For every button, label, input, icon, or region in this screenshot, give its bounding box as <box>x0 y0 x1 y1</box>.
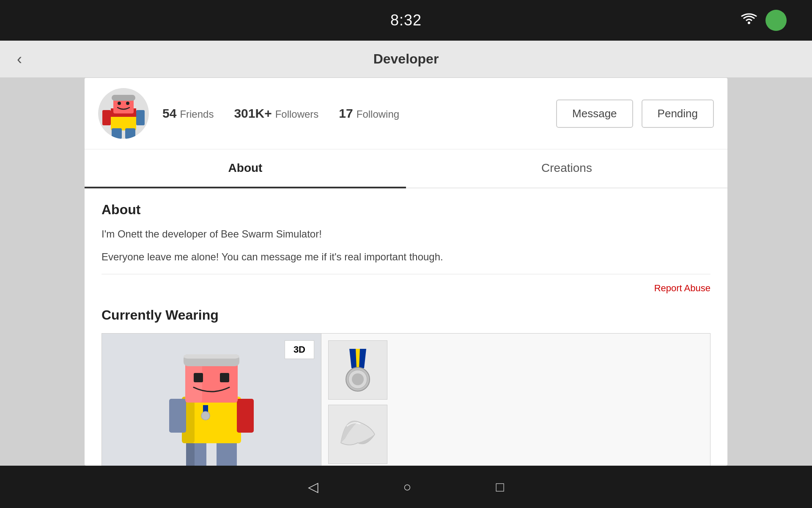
svg-rect-21 <box>169 399 186 433</box>
friends-stat: 54 Friends <box>162 106 214 121</box>
bio-text-1: I'm Onett the developer of Bee Swarm Sim… <box>102 226 710 242</box>
svg-rect-7 <box>112 95 135 101</box>
nav-back-button[interactable]: ‹ <box>17 50 22 68</box>
followers-stat: 301K+ Followers <box>234 106 318 121</box>
svg-rect-9 <box>136 110 145 125</box>
svg-point-0 <box>748 22 750 24</box>
divider <box>102 274 710 274</box>
svg-rect-26 <box>220 373 229 382</box>
svg-point-5 <box>118 102 121 105</box>
svg-rect-28 <box>184 354 239 359</box>
following-label: Following <box>357 108 399 120</box>
wearing-3d-view: 3D <box>102 333 321 466</box>
friends-count: 54 <box>162 106 176 121</box>
profile-avatar <box>98 88 149 139</box>
status-bar: 8:32 <box>0 0 812 41</box>
svg-rect-8 <box>102 110 111 125</box>
wearing-item-hat[interactable] <box>328 405 387 464</box>
report-abuse-link[interactable]: Report Abuse <box>102 283 710 294</box>
following-count: 17 <box>339 106 353 121</box>
status-icons <box>741 10 787 31</box>
svg-point-6 <box>126 102 129 105</box>
svg-point-34 <box>352 373 364 385</box>
user-avatar-status <box>765 10 787 31</box>
nav-title: Developer <box>373 51 439 67</box>
nav-recent-icon[interactable]: □ <box>496 479 504 495</box>
svg-point-20 <box>201 411 210 420</box>
bio-text-2: Everyone leave me alone! You can message… <box>102 249 710 265</box>
nav-home-icon[interactable]: ○ <box>403 479 411 495</box>
followers-label: Followers <box>275 108 319 120</box>
followers-count: 301K+ <box>234 106 272 121</box>
svg-rect-11 <box>125 128 135 139</box>
main-content: 54 Friends 301K+ Followers 17 Following … <box>85 78 727 466</box>
friends-label: Friends <box>180 108 214 120</box>
svg-rect-22 <box>237 399 254 433</box>
wearing-container: 3D <box>102 333 710 466</box>
tab-creations[interactable]: Creations <box>406 149 727 188</box>
following-stat: 17 Following <box>339 106 399 121</box>
svg-rect-25 <box>194 373 203 382</box>
tabs-container: About Creations <box>85 149 727 188</box>
tab-about[interactable]: About <box>85 149 406 188</box>
bottom-nav: ◁ ○ □ <box>0 466 812 508</box>
wearing-title: Currently Wearing <box>102 307 710 323</box>
profile-stats: 54 Friends 301K+ Followers 17 Following <box>162 106 556 121</box>
wearing-items-list <box>321 333 710 466</box>
about-content: About I'm Onett the developer of Bee Swa… <box>85 188 727 466</box>
pending-button[interactable]: Pending <box>642 99 714 128</box>
about-title: About <box>102 202 710 218</box>
nav-bar: ‹ Developer <box>0 41 812 78</box>
wifi-icon <box>741 13 757 28</box>
svg-rect-10 <box>112 128 122 139</box>
profile-header: 54 Friends 301K+ Followers 17 Following … <box>85 78 727 149</box>
profile-actions: Message Pending <box>556 99 714 128</box>
status-time: 8:32 <box>390 11 422 29</box>
nav-back-icon[interactable]: ◁ <box>308 479 318 495</box>
wearing-item-medal[interactable] <box>328 340 387 400</box>
message-button[interactable]: Message <box>556 99 633 128</box>
btn-3d-toggle[interactable]: 3D <box>285 340 314 359</box>
svg-rect-19 <box>208 405 213 414</box>
